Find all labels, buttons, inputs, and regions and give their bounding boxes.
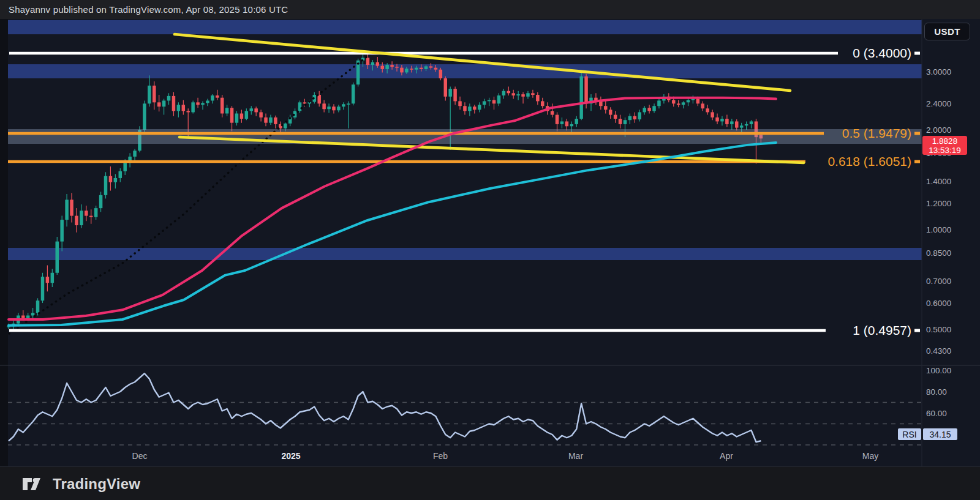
rsi-indicator-label[interactable]: RSI [898,428,921,440]
chart-canvas[interactable] [0,0,980,500]
tradingview-brand-text[interactable]: TradingView [53,476,140,493]
candles [7,53,763,329]
blue-zone-band [8,20,922,34]
rsi-value-label: 34.15 [923,428,957,440]
blue-zone-band [8,248,922,260]
rsi-line [9,373,761,442]
last-price-value: 1.8828 [932,136,957,146]
dotted-trend-line [9,54,371,334]
currency-toggle[interactable]: USDT [924,23,970,40]
tradingview-published-chart: 3.00002.40002.00001.70001.40001.20001.00… [0,0,980,500]
last-price-label: 1.8828 13:53:19 [922,136,967,155]
attribution-text: Shayannv published on TradingView.com, A… [9,4,288,15]
currency-label: USDT [934,26,960,37]
footer-bar: TradingView [0,466,980,500]
attribution-bar: Shayannv published on TradingView.com, A… [0,0,980,19]
blue-zone-band [8,64,922,78]
tradingview-logo-icon[interactable] [22,477,44,491]
trendline [175,34,790,91]
candle-countdown: 13:53:19 [929,146,961,155]
